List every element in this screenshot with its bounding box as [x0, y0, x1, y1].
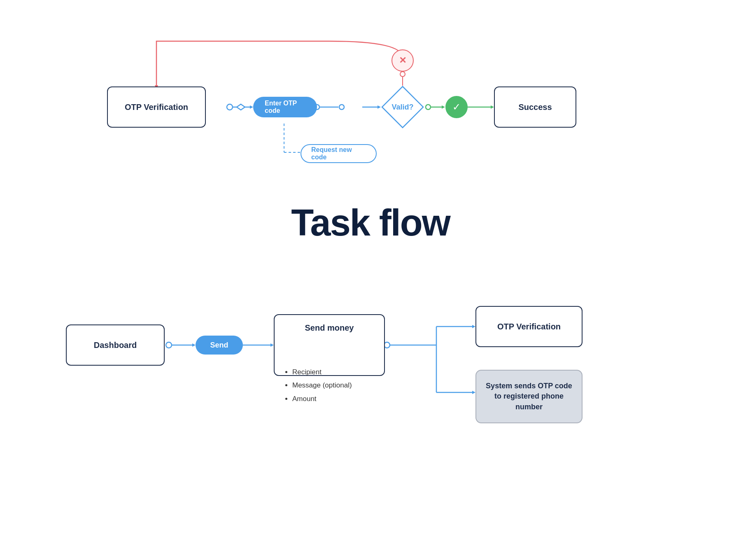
svg-point-21 [166, 342, 172, 348]
system-otp-note-node: System sends OTP code to registered phon… [475, 370, 583, 423]
svg-marker-14 [442, 105, 445, 109]
bottom-diagram: Dashboard Send Send money Recipient Mess… [41, 269, 700, 434]
svg-point-1 [339, 105, 344, 110]
svg-marker-30 [472, 325, 475, 328]
svg-marker-4 [237, 104, 245, 110]
otp-verification-bottom-node: OTP Verification [475, 306, 583, 347]
bullet-recipient: Recipient [292, 366, 352, 379]
otp-verification-node: OTP Verification [107, 86, 206, 128]
svg-marker-33 [472, 391, 475, 394]
svg-point-3 [227, 104, 233, 110]
success-node: Success [494, 86, 576, 128]
dashboard-node: Dashboard [66, 324, 165, 366]
send-money-bullet-list: Recipient Message (optional) Amount [284, 366, 352, 406]
valid-check-node: ✓ [445, 96, 468, 118]
x-icon: ✕ [399, 55, 406, 66]
send-node: Send [196, 336, 243, 355]
bullet-amount: Amount [292, 392, 352, 406]
page-wrapper: OTP Verification Enter OTP code Valid? ✕… [0, 0, 741, 560]
svg-point-26 [384, 342, 390, 348]
check-icon: ✓ [452, 101, 461, 113]
valid-diamond-node: Valid? [380, 84, 425, 130]
section-title: Task flow [291, 202, 450, 244]
bullet-message: Message (optional) [292, 379, 352, 392]
svg-point-12 [426, 105, 431, 110]
svg-marker-7 [250, 105, 253, 109]
top-diagram: OTP Verification Enter OTP code Valid? ✕… [82, 25, 659, 189]
enter-otp-node: Enter OTP code [253, 97, 317, 117]
invalid-circle-node: ✕ [391, 49, 414, 72]
svg-point-17 [400, 72, 405, 77]
svg-marker-16 [491, 105, 494, 109]
svg-marker-23 [192, 343, 196, 347]
svg-marker-25 [270, 343, 274, 347]
request-new-code-node[interactable]: Request new code [301, 144, 377, 163]
